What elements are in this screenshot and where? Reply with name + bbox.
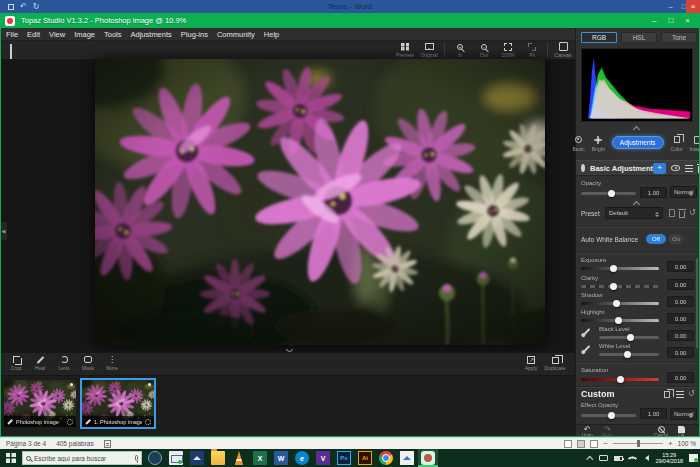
white-level-slider[interactable] bbox=[599, 353, 659, 356]
exposure-value[interactable]: 0.00 bbox=[667, 261, 694, 272]
word-count[interactable]: 405 palabras bbox=[56, 440, 94, 447]
search-input[interactable] bbox=[34, 455, 132, 462]
menu-file[interactable]: File bbox=[6, 30, 18, 39]
action-center-icon[interactable] bbox=[689, 454, 698, 462]
wifi-icon[interactable] bbox=[628, 453, 638, 463]
photos-icon[interactable] bbox=[190, 451, 204, 465]
clarity-value[interactable]: 0.00 bbox=[667, 279, 694, 290]
histogram-tab-tone[interactable]: Tone bbox=[661, 32, 697, 43]
basic-adjustment-header[interactable]: Basic Adjustment + bbox=[576, 160, 700, 176]
start-button[interactable] bbox=[0, 449, 22, 467]
reset-preset-icon[interactable]: ↺ bbox=[689, 209, 696, 217]
white-level-value[interactable]: 0.00 bbox=[667, 347, 694, 358]
nav-bright[interactable]: Bright bbox=[592, 135, 605, 152]
proofing-icon[interactable] bbox=[104, 440, 111, 448]
visual-studio-icon[interactable]: V bbox=[316, 451, 330, 465]
black-eyedropper-icon[interactable] bbox=[583, 328, 591, 336]
crop-button[interactable]: Crop bbox=[8, 355, 24, 371]
saturation-slider[interactable] bbox=[581, 378, 659, 381]
clarity-slider[interactable] bbox=[581, 285, 659, 288]
exposure-slider[interactable] bbox=[581, 267, 659, 270]
save-preset-icon[interactable] bbox=[669, 209, 675, 217]
menu-view[interactable]: View bbox=[49, 30, 65, 39]
menu-image[interactable]: Image bbox=[74, 30, 95, 39]
taskbar-search[interactable] bbox=[22, 451, 142, 465]
apply-button[interactable]: Apply bbox=[523, 355, 539, 371]
more-button[interactable]: ⋮More bbox=[104, 355, 120, 371]
adjustments-button[interactable]: Adjustments bbox=[612, 136, 664, 149]
nav-color[interactable]: Color bbox=[671, 135, 683, 152]
topaz-studio-icon[interactable] bbox=[421, 451, 435, 465]
gear-icon[interactable] bbox=[67, 419, 73, 425]
highlight-value[interactable]: 0.00 bbox=[667, 313, 694, 324]
blend-mode-dropdown[interactable]: Normal bbox=[670, 186, 697, 198]
black-level-slider[interactable] bbox=[599, 336, 659, 339]
menu-bars-icon[interactable] bbox=[685, 165, 693, 172]
clock[interactable]: 15:29 29/04/2018 bbox=[655, 452, 683, 465]
original-button[interactable]: Original bbox=[420, 42, 438, 58]
awb-off-toggle[interactable]: Off bbox=[646, 234, 666, 244]
menu-help[interactable]: Help bbox=[264, 30, 279, 39]
duplicate-button[interactable]: Duplicate bbox=[547, 355, 563, 371]
left-panel-handle[interactable]: ◀ bbox=[0, 222, 7, 240]
zoom-out-button[interactable]: -Out bbox=[475, 42, 493, 58]
topaz-close-button[interactable]: × bbox=[685, 16, 690, 25]
histogram-tab-hsl[interactable]: HSL bbox=[621, 32, 657, 43]
menu-tools[interactable]: Tools bbox=[104, 30, 122, 39]
mask-button[interactable]: Mask bbox=[80, 355, 96, 371]
delete-preset-icon[interactable] bbox=[679, 211, 685, 218]
awb-on-toggle[interactable]: On bbox=[668, 234, 684, 244]
black-level-value[interactable]: 0.00 bbox=[667, 330, 694, 341]
cortana-icon[interactable] bbox=[148, 451, 162, 465]
web-layout-icon[interactable] bbox=[590, 440, 598, 448]
canvas-image[interactable] bbox=[95, 59, 545, 345]
histogram-tab-rgb[interactable]: RGB bbox=[581, 32, 617, 43]
illustrator-icon[interactable]: Ai bbox=[358, 451, 372, 465]
nav-basic[interactable]: Basic bbox=[573, 135, 585, 152]
word-icon[interactable]: W bbox=[274, 451, 288, 465]
highlight-slider[interactable] bbox=[581, 319, 659, 322]
effect-opacity-value[interactable]: 1.00 bbox=[640, 408, 667, 419]
effect-blend-dropdown[interactable]: Normal bbox=[670, 408, 697, 420]
preview-button[interactable]: Preview bbox=[396, 42, 414, 58]
nav-image[interactable]: Image bbox=[690, 135, 700, 152]
opacity-slider[interactable] bbox=[581, 192, 636, 195]
effect-opacity-slider[interactable] bbox=[581, 414, 636, 417]
zoom-in-control[interactable]: + bbox=[668, 439, 673, 448]
reset-icon[interactable]: ↺ bbox=[688, 390, 695, 398]
photoshop-icon[interactable]: Ps bbox=[337, 451, 351, 465]
white-eyedropper-icon[interactable] bbox=[583, 345, 591, 353]
menu-edit[interactable]: Edit bbox=[27, 30, 40, 39]
topaz-maximize-button[interactable]: □ bbox=[668, 16, 673, 25]
vlc-icon[interactable] bbox=[232, 451, 246, 465]
excel-icon[interactable]: X bbox=[253, 451, 267, 465]
zoom-100-button[interactable]: 100% bbox=[499, 42, 517, 58]
zoom-knob[interactable] bbox=[637, 440, 640, 447]
edge-icon[interactable]: e bbox=[295, 451, 309, 465]
menu-community[interactable]: Community bbox=[217, 30, 255, 39]
thumbnail-original[interactable]: Photoshop image bbox=[4, 380, 76, 427]
word-close-button[interactable]: × bbox=[686, 0, 700, 13]
heal-button[interactable]: Heal bbox=[32, 355, 48, 371]
zoom-slider[interactable] bbox=[613, 443, 663, 444]
zoom-out-control[interactable]: − bbox=[603, 439, 608, 448]
word-minimize-button[interactable]: – bbox=[669, 3, 673, 10]
keyboard-icon[interactable] bbox=[599, 455, 608, 461]
saturation-value[interactable]: 0.00 bbox=[667, 372, 694, 383]
menu-bars-icon[interactable] bbox=[676, 391, 684, 398]
shadow-value[interactable]: 0.00 bbox=[667, 296, 694, 307]
canvas-button[interactable]: Canvas bbox=[554, 42, 572, 58]
menu-plugins[interactable]: Plug-ins bbox=[181, 30, 208, 39]
copy-icon[interactable] bbox=[664, 391, 670, 398]
lens-button[interactable]: Lens bbox=[56, 355, 72, 371]
topaz-minimize-button[interactable]: – bbox=[652, 16, 656, 25]
visibility-eye-icon[interactable] bbox=[671, 165, 680, 171]
file-explorer-icon[interactable] bbox=[211, 451, 225, 465]
microphone-icon[interactable] bbox=[135, 455, 138, 461]
zoom-in-button[interactable]: +In bbox=[451, 42, 469, 58]
page-indicator[interactable]: Página 3 de 4 bbox=[6, 440, 46, 447]
chrome-icon[interactable] bbox=[379, 451, 393, 465]
volume-icon[interactable] bbox=[642, 455, 649, 461]
menu-adjustments[interactable]: Adjustments bbox=[131, 30, 172, 39]
read-mode-icon[interactable] bbox=[564, 440, 572, 448]
